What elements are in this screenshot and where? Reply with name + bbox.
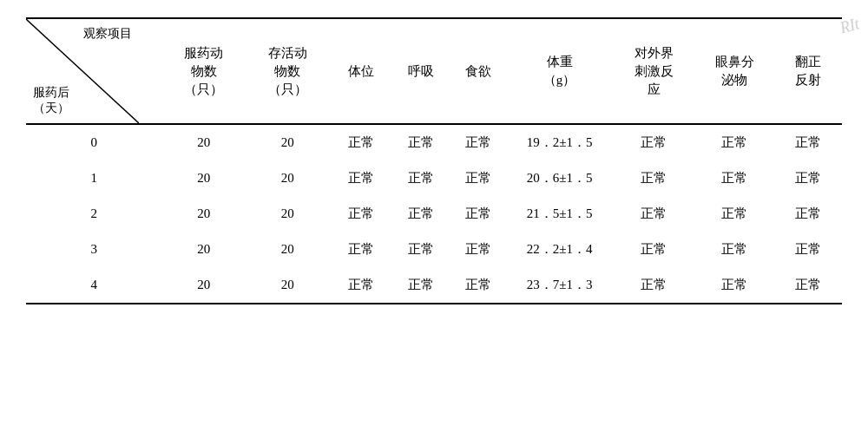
cell-weight: 19．2±1．5 — [507, 124, 612, 160]
cell-day: 3 — [26, 232, 162, 267]
cell-breathing: 正常 — [392, 232, 450, 267]
cell-alive-count: 20 — [246, 124, 329, 160]
cell-reflex: 正常 — [774, 232, 842, 267]
table-row: 32020正常正常正常22．2±1．4正常正常正常 — [26, 232, 842, 267]
cell-secretion: 正常 — [695, 232, 773, 267]
cell-day: 0 — [26, 124, 162, 160]
col-header-weight: 体重 （g） — [507, 18, 612, 124]
col-header-appetite: 食欲 — [450, 18, 507, 124]
cell-appetite: 正常 — [450, 160, 507, 196]
cell-breathing: 正常 — [392, 124, 450, 160]
cell-alive-count: 20 — [246, 267, 329, 304]
cell-weight: 21．5±1．5 — [507, 196, 612, 232]
cell-reflex: 正常 — [774, 267, 842, 304]
cell-secretion: 正常 — [695, 196, 773, 232]
cell-day: 4 — [26, 267, 162, 304]
diagonal-header-cell: 观察项目 服药后 （天） — [26, 18, 162, 124]
cell-posture: 正常 — [329, 196, 391, 232]
cell-secretion: 正常 — [695, 124, 773, 160]
col-header-stimulus: 对外界 刺激反 应 — [612, 18, 695, 124]
cell-posture: 正常 — [329, 160, 391, 196]
table-row: 42020正常正常正常23．7±1．3正常正常正常 — [26, 267, 842, 304]
table-body: 02020正常正常正常19．2±1．5正常正常正常12020正常正常正常20．6… — [26, 124, 842, 304]
cell-weight: 22．2±1．4 — [507, 232, 612, 267]
cell-weight: 20．6±1．5 — [507, 160, 612, 196]
cell-appetite: 正常 — [450, 124, 507, 160]
cell-alive-count: 20 — [246, 232, 329, 267]
cell-posture: 正常 — [329, 232, 391, 267]
cell-stimulus: 正常 — [612, 196, 695, 232]
watermark: RIt — [838, 16, 862, 38]
cell-medicine-count: 20 — [162, 232, 246, 267]
cell-medicine-count: 20 — [162, 124, 246, 160]
cell-posture: 正常 — [329, 267, 391, 304]
col-header-medicine-count: 服药动 物数 （只） — [162, 18, 246, 124]
cell-stimulus: 正常 — [612, 160, 695, 196]
cell-secretion: 正常 — [695, 160, 773, 196]
diagonal-top-text: 观察项目 — [83, 26, 132, 42]
diagonal-bottom-text: 服药后 （天） — [33, 85, 69, 116]
cell-reflex: 正常 — [774, 124, 842, 160]
header-row: 观察项目 服药后 （天） 服药动 物数 （只） 存活动 物数 （只） — [26, 18, 842, 124]
col-header-posture: 体位 — [329, 18, 391, 124]
col-header-alive-count: 存活动 物数 （只） — [246, 18, 329, 124]
cell-breathing: 正常 — [392, 267, 450, 304]
col-header-reflex: 翻正 反射 — [774, 18, 842, 124]
cell-secretion: 正常 — [695, 267, 773, 304]
cell-alive-count: 20 — [246, 196, 329, 232]
cell-breathing: 正常 — [392, 196, 450, 232]
cell-posture: 正常 — [329, 124, 391, 160]
cell-breathing: 正常 — [392, 160, 450, 196]
cell-appetite: 正常 — [450, 232, 507, 267]
table-container: RIt 观察项目 服药后 （天） 服药 — [26, 17, 842, 304]
cell-reflex: 正常 — [774, 196, 842, 232]
cell-medicine-count: 20 — [162, 160, 246, 196]
cell-medicine-count: 20 — [162, 196, 246, 232]
table-row: 02020正常正常正常19．2±1．5正常正常正常 — [26, 124, 842, 160]
cell-stimulus: 正常 — [612, 267, 695, 304]
table-row: 12020正常正常正常20．6±1．5正常正常正常 — [26, 160, 842, 196]
cell-alive-count: 20 — [246, 160, 329, 196]
cell-reflex: 正常 — [774, 160, 842, 196]
cell-stimulus: 正常 — [612, 232, 695, 267]
cell-day: 1 — [26, 160, 162, 196]
table-row: 22020正常正常正常21．5±1．5正常正常正常 — [26, 196, 842, 232]
col-header-secretion: 眼鼻分 泌物 — [695, 18, 773, 124]
cell-weight: 23．7±1．3 — [507, 267, 612, 304]
col-header-breathing: 呼吸 — [392, 18, 450, 124]
cell-day: 2 — [26, 196, 162, 232]
cell-medicine-count: 20 — [162, 267, 246, 304]
cell-appetite: 正常 — [450, 267, 507, 304]
cell-stimulus: 正常 — [612, 124, 695, 160]
cell-appetite: 正常 — [450, 196, 507, 232]
